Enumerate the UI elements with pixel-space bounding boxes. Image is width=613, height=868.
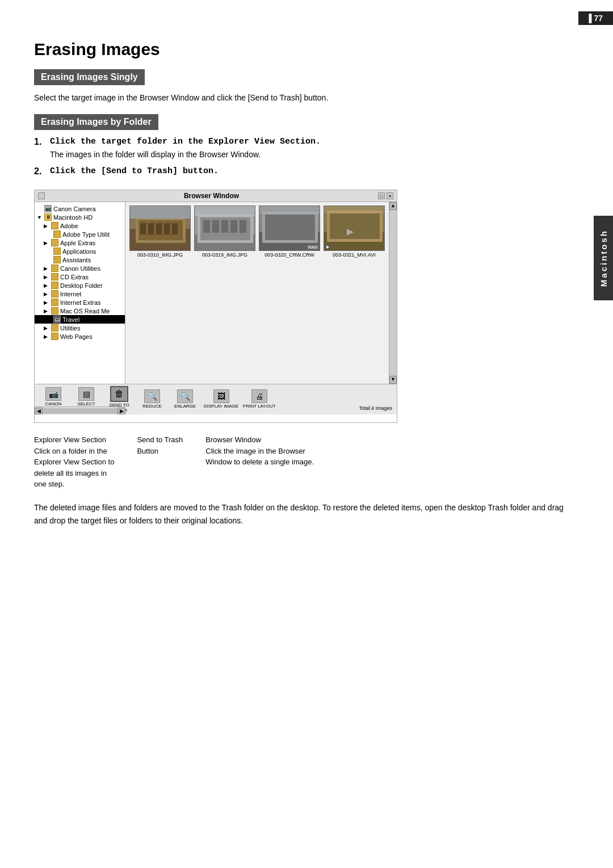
image-filename-2: 003-0319_IMG.JPG (202, 252, 247, 258)
explorer-item-cd-extras[interactable]: ▶ CD Extras (35, 272, 125, 281)
step2-main: Click the [Send to Trash] button. (50, 166, 579, 176)
annotation-explorer-line3: Explorer View Section to (34, 458, 114, 466)
svg-rect-23 (265, 215, 315, 240)
image-box-3[interactable]: RAW (259, 206, 320, 251)
titlebar-resize-btn[interactable]: □ (378, 192, 385, 199)
browser-body: 📷 Canon Camera ▼ 🖥 Macintosh HD ▶ Adobe (35, 202, 397, 384)
explorer-item-adobe-type[interactable]: Adobe Type Utilit (35, 230, 125, 238)
image-filename-1: 003-0310_IMG.JPG (137, 252, 183, 258)
section2-header: Erasing Images by Folder (34, 114, 158, 130)
image-thumb-3[interactable]: RAW 003-0320_CRW.CRW (258, 206, 321, 258)
right-scrollbar[interactable]: ▲ ▼ (389, 202, 397, 384)
explorer-label-applications: Applications (62, 248, 96, 255)
footer-text: The deleted image files and folders are … (34, 501, 579, 529)
toolbar-btn-display-image[interactable]: 🖼 DISPLAY IMAGE (204, 389, 238, 409)
image-box-4[interactable]: ▶ (324, 206, 385, 251)
annotation-trash-line1: Send to Trash (137, 435, 183, 444)
explorer-pane[interactable]: 📷 Canon Camera ▼ 🖥 Macintosh HD ▶ Adobe (35, 202, 125, 384)
image-thumb-1[interactable]: 003-0310_IMG.JPG (129, 206, 191, 258)
step-2: 2. Click the [Send to Trash] button. (34, 166, 579, 178)
scroll-up-btn[interactable]: ▲ (389, 202, 397, 210)
reduce-label: REDUCE (142, 404, 162, 409)
explorer-item-macintosh-hd[interactable]: ▼ 🖥 Macintosh HD (35, 213, 125, 221)
explorer-item-adobe[interactable]: ▶ Adobe (35, 221, 125, 230)
step1-number: 1. (34, 137, 50, 147)
folder-icon-internet (51, 290, 58, 297)
explorer-item-utilities[interactable]: ▶ Utilities (35, 324, 125, 332)
step-1: 1. Click the target folder in the Explor… (34, 137, 579, 161)
svg-rect-6 (156, 223, 162, 234)
explorer-label-adobe: Adobe (60, 223, 78, 229)
image-box-2[interactable] (194, 206, 255, 251)
section1-intro: Select the target image in the Browser W… (34, 92, 579, 104)
annotation-browser-line3: Window to delete a single image. (205, 458, 314, 466)
image-thumb-2[interactable]: 003-0319_IMG.JPG (194, 206, 256, 258)
browser-titlebar: Browser Window □ × (35, 190, 397, 202)
explorer-item-readme[interactable]: ▶ Mac OS Read Me (35, 307, 125, 315)
browser-window-screenshot: Browser Window □ × 📷 Canon Camera ▼ 🖥 (34, 190, 397, 423)
explorer-item-internet[interactable]: ▶ Internet (35, 290, 125, 298)
folder-icon-desktop (51, 282, 58, 289)
explorer-label-apple-extras: Apple Extras (60, 240, 95, 246)
toolbar-btn-print-layout[interactable]: 🖨 PRINT LAYOUT (243, 389, 276, 409)
folder-icon-utilities (51, 324, 58, 332)
explorer-label-macintosh-hd: Macintosh HD (53, 214, 93, 221)
explorer-hscroll[interactable]: ◀ ▶ (35, 406, 125, 414)
explorer-label-readme: Mac OS Read Me (60, 308, 110, 315)
explorer-item-desktop[interactable]: ▶ Desktop Folder (35, 281, 125, 290)
image-thumb-4[interactable]: ▶ 003-0321_MVI.AVI (323, 206, 385, 258)
folder-icon-assistants (53, 256, 61, 263)
section-erasing-singly: Erasing Images Singly Select the target … (34, 69, 579, 104)
titlebar-close-btn[interactable]: × (387, 192, 393, 199)
toolbar-btn-reduce[interactable]: 🔍 REDUCE (138, 389, 166, 409)
scroll-down-btn[interactable]: ▼ (389, 376, 397, 384)
explorer-label-canon-utilities: Canon Utilities (60, 265, 100, 272)
explorer-item-assistants[interactable]: Assistants (35, 255, 125, 264)
annotations-row: Explorer View Section Click on a folder … (34, 434, 579, 490)
explorer-item-travel[interactable]: 🗂 Travel (35, 315, 125, 324)
toolbar-btn-enlarge[interactable]: 🔍 ENLARGE (171, 389, 199, 409)
canon-camera-icon: 📷 (45, 387, 61, 401)
annotation-explorer-line4: delete all its images in (34, 469, 107, 477)
explorer-item-canon-camera[interactable]: 📷 Canon Camera (35, 204, 125, 213)
explorer-item-canon-utilities[interactable]: ▶ Canon Utilities (35, 264, 125, 272)
explorer-item-apple-extras[interactable]: ▶ Apple Extras (35, 238, 125, 247)
explorer-item-internet-extras[interactable]: ▶ Internet Extras (35, 298, 125, 307)
folder-icon-readme (51, 307, 58, 315)
page-number: ▐ 77 (578, 11, 613, 25)
folder-icon-travel: 🗂 (53, 316, 61, 323)
explorer-item-applications[interactable]: Applications (35, 247, 125, 255)
avi-badge: ▶ (325, 245, 330, 249)
step1-main: Click the target folder in the Explorer … (50, 137, 579, 146)
annotation-explorer-line1: Explorer View Section (34, 435, 106, 444)
svg-rect-28 (330, 213, 380, 239)
annotation-browser-line1: Browser Window (205, 435, 261, 444)
hscroll-right-btn[interactable]: ▶ (117, 408, 125, 414)
svg-rect-4 (140, 223, 146, 234)
display-image-label: DISPLAY IMAGE (204, 404, 238, 409)
enlarge-label: ENLARGE (174, 404, 196, 409)
images-pane[interactable]: 003-0310_IMG.JPG (125, 202, 389, 384)
annotation-browser-line2: Click the image in the Browser (205, 447, 305, 455)
step1-sub: The images in the folder will display in… (50, 149, 579, 161)
select-all-icon: ▤ (78, 387, 94, 401)
svg-rect-19 (195, 206, 255, 216)
explorer-label-canon-camera: Canon Camera (53, 206, 96, 212)
annotation-send-to-trash: Send to Trash Button (137, 434, 183, 490)
folder-icon-adobe (51, 222, 58, 229)
total-images-label: Total:4 Images (359, 405, 392, 411)
folder-icon-canon-utilities (51, 265, 58, 272)
chapter-title: Erasing Images (34, 40, 579, 59)
explorer-label-internet: Internet (60, 291, 81, 297)
titlebar-right-controls: □ × (378, 192, 393, 199)
svg-rect-15 (212, 220, 219, 233)
svg-rect-14 (203, 220, 210, 233)
explorer-item-webpages[interactable]: ▶ Web Pages (35, 332, 125, 341)
folder-icon-applications (53, 248, 61, 255)
explorer-label-travel: Travel (62, 316, 79, 323)
annotation-explorer-line5: one step. (34, 480, 65, 488)
raw-badge: RAW (307, 245, 318, 249)
folder-icon-webpages (51, 333, 58, 340)
image-box-1[interactable] (129, 206, 191, 251)
hscroll-left-btn[interactable]: ◀ (35, 408, 43, 414)
